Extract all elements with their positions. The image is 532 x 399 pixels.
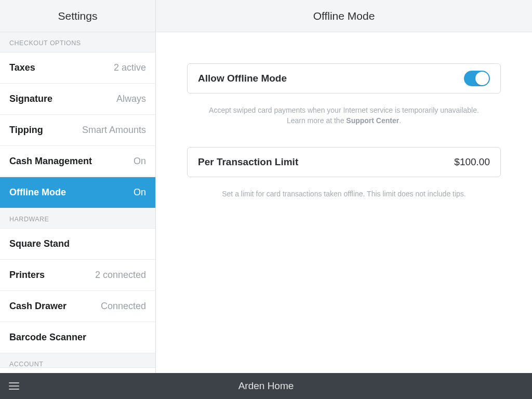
sidebar-item-value: On (134, 156, 146, 167)
sidebar-item-label: Taxes (9, 62, 35, 73)
support-center-link[interactable]: Support Center (346, 116, 399, 125)
sidebar-item-barcode-scanner[interactable]: Barcode Scanner (0, 322, 155, 353)
sidebar-item-value: 2 connected (95, 270, 146, 281)
allow-offline-mode-row: Allow Offline Mode (187, 63, 501, 94)
allow-offline-mode-help: Accept swiped card payments when your In… (192, 105, 496, 126)
sidebar-item-label: Barcode Scanner (9, 332, 86, 343)
sidebar-section-hardware: HARDWARE (0, 208, 155, 229)
sidebar-item-tipping[interactable]: Tipping Smart Amounts (0, 115, 155, 146)
sidebar-item-taxes[interactable]: Taxes 2 active (0, 52, 155, 84)
sidebar-item-cash-management[interactable]: Cash Management On (0, 146, 155, 177)
per-transaction-limit-help: Set a limit for card transactions taken … (192, 189, 496, 199)
hamburger-icon (9, 385, 19, 387)
sidebar-section-account: ACCOUNT (0, 353, 155, 368)
sidebar-title: Settings (0, 0, 155, 32)
allow-offline-mode-toggle[interactable] (464, 71, 490, 86)
sidebar-section-checkout-options: CHECKOUT OPTIONS (0, 32, 155, 52)
sidebar-item-label: Tipping (9, 125, 43, 136)
sidebar-item-value: Smart Amounts (82, 125, 146, 136)
sidebar-item-label: Signature (9, 94, 52, 104)
sidebar-item-label: Square Stand (9, 238, 70, 249)
per-transaction-limit-value: $100.00 (454, 156, 490, 168)
sidebar-item-printers[interactable]: Printers 2 connected (0, 260, 155, 291)
help-line-2a: Learn more at the (287, 116, 346, 125)
menu-button[interactable] (6, 373, 22, 399)
sidebar-item-signature[interactable]: Signature Always (0, 84, 155, 115)
page-title: Offline Mode (156, 0, 532, 32)
sidebar-item-label: Cash Drawer (9, 301, 66, 312)
sidebar-item-offline-mode[interactable]: Offline Mode On (0, 177, 155, 208)
bottom-bar-title: Arden Home (0, 380, 532, 392)
bottom-bar: Arden Home (0, 373, 532, 399)
toggle-knob (475, 72, 489, 85)
per-transaction-limit-label: Per Transaction Limit (198, 156, 298, 168)
sidebar-item-label: Printers (9, 270, 45, 281)
sidebar-item-square-stand[interactable]: Square Stand (0, 229, 155, 260)
sidebar-item-label: Offline Mode (9, 187, 66, 198)
sidebar-item-cash-drawer[interactable]: Cash Drawer Connected (0, 291, 155, 322)
help-line-1: Accept swiped card payments when your In… (209, 106, 479, 114)
sidebar-item-value: 2 active (114, 62, 146, 73)
settings-sidebar: Settings CHECKOUT OPTIONS Taxes 2 active… (0, 0, 156, 373)
sidebar-item-value: Connected (101, 301, 146, 312)
sidebar-item-value: On (134, 187, 146, 198)
help-line-2c: . (399, 116, 401, 125)
allow-offline-mode-label: Allow Offline Mode (198, 73, 287, 84)
main-panel: Offline Mode Allow Offline Mode Accept s… (156, 0, 532, 373)
sidebar-item-label: Cash Management (9, 156, 92, 167)
sidebar-item-value: Always (116, 94, 146, 104)
per-transaction-limit-row[interactable]: Per Transaction Limit $100.00 (187, 147, 501, 177)
